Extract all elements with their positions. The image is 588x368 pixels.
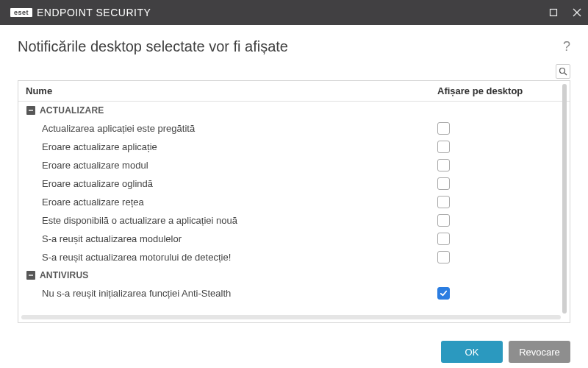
search-row: [18, 64, 570, 79]
section-label: ACTUALIZARE: [40, 105, 562, 116]
display-checkbox[interactable]: [437, 141, 450, 153]
display-checkbox[interactable]: [437, 122, 450, 135]
collapse-toggle[interactable]: [26, 106, 35, 115]
ok-button[interactable]: OK: [441, 341, 503, 363]
item-label: S-a reușit actualizarea modulelor: [42, 233, 437, 244]
display-checkbox[interactable]: [437, 214, 450, 227]
column-name[interactable]: Nume: [26, 85, 437, 96]
scrollbar-vertical[interactable]: [562, 84, 567, 314]
brand-logo: eset: [10, 8, 32, 17]
collapse-icon: [28, 272, 34, 278]
item-label: Actualizarea aplicației este pregătită: [42, 123, 437, 134]
collapse-toggle[interactable]: [26, 271, 35, 280]
table-row: S-a reușit actualizarea modulelor: [18, 230, 570, 248]
close-button[interactable]: [572, 7, 582, 18]
display-checkbox[interactable]: [437, 287, 450, 300]
checkbox-cell: [437, 214, 562, 227]
table-header: Nume Afișare pe desktop: [18, 81, 570, 102]
table-row: Actualizarea aplicației este pregătită: [18, 119, 570, 138]
section-antivirus[interactable]: ANTIVIRUS: [18, 266, 570, 284]
minimize-button[interactable]: [548, 7, 559, 18]
checkbox-cell: [437, 122, 562, 135]
page-title: Notificările desktop selectate vor fi af…: [18, 38, 563, 55]
item-label: Este disponibilă o actualizare a aplicaț…: [42, 215, 437, 226]
table-row: Eroare actualizare modul: [18, 156, 570, 174]
checkbox-cell: [437, 159, 562, 171]
search-button[interactable]: [556, 64, 570, 79]
notification-table: Nume Afișare pe desktop ACTUALIZARE Actu…: [18, 80, 570, 323]
checkbox-cell: [437, 141, 562, 153]
display-checkbox[interactable]: [437, 159, 450, 171]
heading-row: Notificările desktop selectate vor fi af…: [0, 25, 588, 64]
search-icon: [559, 67, 567, 76]
column-display[interactable]: Afișare pe desktop: [437, 85, 562, 96]
item-label: Nu s-a reușit inițializarea funcției Ant…: [42, 288, 437, 299]
checkbox-cell: [437, 177, 562, 190]
table-row: Eroare actualizare rețea: [18, 193, 570, 211]
display-checkbox[interactable]: [437, 251, 450, 263]
table-row: Eroare actualizare aplicație: [18, 138, 570, 156]
table-row: Eroare actualizare oglindă: [18, 174, 570, 193]
item-label: Eroare actualizare modul: [42, 160, 437, 171]
checkbox-cell: [437, 251, 562, 263]
footer: OK Revocare: [0, 330, 588, 363]
checkbox-cell: [437, 287, 562, 300]
display-checkbox[interactable]: [437, 233, 450, 245]
item-label: Eroare actualizare aplicație: [42, 141, 437, 152]
display-checkbox[interactable]: [437, 196, 450, 208]
scrollbar-horizontal[interactable]: [21, 315, 561, 319]
item-label: Eroare actualizare oglindă: [42, 178, 437, 189]
window-controls: [548, 7, 582, 18]
square-icon: [549, 8, 558, 17]
close-icon: [573, 8, 581, 17]
table-row: Nu s-a reușit inițializarea funcției Ant…: [18, 284, 570, 302]
table-row: S-a reușit actualizarea motorului de det…: [18, 248, 570, 266]
checkbox-cell: [437, 196, 562, 208]
cancel-button[interactable]: Revocare: [509, 341, 570, 363]
table-row: Este disponibilă o actualizare a aplicaț…: [18, 211, 570, 230]
collapse-icon: [28, 107, 34, 113]
svg-point-3: [560, 68, 565, 74]
checkbox-cell: [437, 233, 562, 245]
display-checkbox[interactable]: [437, 177, 450, 190]
svg-line-4: [564, 73, 567, 75]
item-label: Eroare actualizare rețea: [42, 197, 437, 208]
help-button[interactable]: ?: [563, 39, 570, 54]
section-label: ANTIVIRUS: [40, 270, 562, 280]
titlebar: eset ENDPOINT SECURITY: [0, 0, 588, 25]
content-area: Nume Afișare pe desktop ACTUALIZARE Actu…: [0, 64, 588, 330]
section-actualizare[interactable]: ACTUALIZARE: [18, 102, 570, 119]
svg-rect-0: [551, 10, 557, 16]
brand-text: ENDPOINT SECURITY: [37, 7, 151, 18]
item-label: S-a reușit actualizarea motorului de det…: [42, 252, 437, 263]
table-body[interactable]: ACTUALIZARE Actualizarea aplicației este…: [18, 102, 570, 319]
